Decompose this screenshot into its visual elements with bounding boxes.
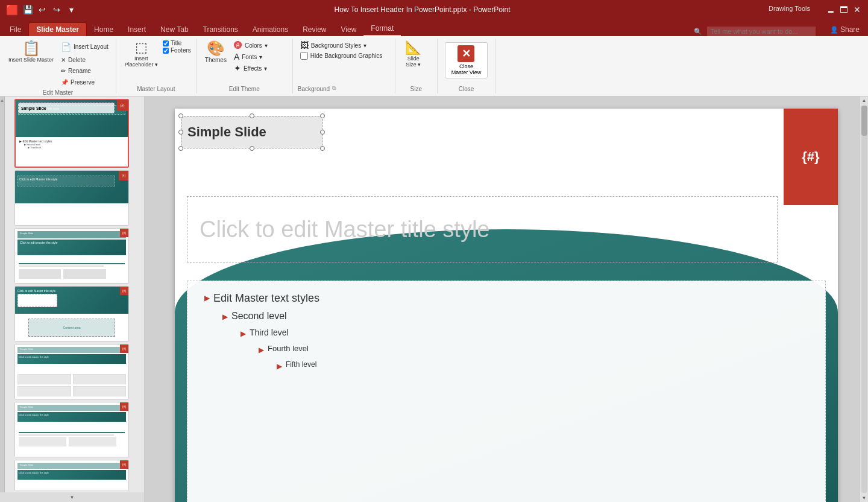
content-level-2: ▶ Second level bbox=[222, 311, 808, 322]
edit-master-label: Edit Master bbox=[5, 88, 111, 96]
main-layout: ▲ 1 Click to edit Master title style Sim… bbox=[0, 97, 868, 502]
slide-thumb-5[interactable]: Simple Slide Click to edit master the st… bbox=[14, 344, 129, 399]
slide-panel: ▲ 1 Click to edit Master title style Sim… bbox=[0, 97, 145, 502]
background-buttons: 🖼 Background Styles ▾ Hide Background Gr… bbox=[298, 40, 385, 83]
delete-button[interactable]: ✕ Delete bbox=[58, 56, 111, 64]
footers-check-label: Footers bbox=[171, 47, 191, 54]
insert-placeholder-button[interactable]: ⬚ InsertPlaceholder ▾ bbox=[121, 40, 162, 69]
slide-thumb-7[interactable]: Simple Slide Click to edit master the st… bbox=[14, 460, 129, 491]
insert-slide-master-button[interactable]: 📋 Insert Slide Master bbox=[5, 40, 57, 64]
slide-thumb-2[interactable]: Click to edit Master title style {#} bbox=[14, 170, 129, 226]
tab-file[interactable]: File bbox=[2, 23, 28, 36]
arrow-level1: ▶ bbox=[204, 294, 210, 302]
group-background: 🖼 Background Styles ▾ Hide Background Gr… bbox=[293, 39, 395, 94]
handle-tm[interactable] bbox=[250, 113, 254, 118]
tab-format[interactable]: Format bbox=[363, 22, 401, 36]
colors-button[interactable]: 🅐 Colors ▾ bbox=[231, 40, 270, 51]
hide-background-button[interactable]: Hide Background Graphics bbox=[298, 51, 385, 60]
undo-button[interactable]: ↩ bbox=[37, 5, 47, 14]
background-styles-icon: 🖼 bbox=[300, 40, 309, 50]
tab-animations[interactable]: Animations bbox=[245, 23, 295, 36]
handle-br[interactable] bbox=[320, 146, 325, 151]
footers-checkbox-item[interactable]: Footers bbox=[163, 47, 191, 54]
master-layout-label: Master Layout bbox=[121, 84, 191, 92]
maximize-button[interactable]: 🗖 bbox=[839, 5, 849, 14]
content-placeholder[interactable]: ▶ Edit Master text styles ▶ Second level… bbox=[187, 281, 826, 502]
slide-thumb-4[interactable]: Click to edit Master title style {#} Con… bbox=[14, 286, 129, 342]
customize-button[interactable]: ▾ bbox=[66, 5, 76, 14]
slide-thumb-6-wrapper: 6 Simple Slide Click to edit master the … bbox=[2, 402, 142, 457]
preserve-button[interactable]: 📌 Preserve bbox=[58, 78, 111, 86]
preserve-icon: 📌 bbox=[61, 79, 68, 86]
delete-icon: ✕ bbox=[61, 57, 66, 63]
slide-thumb-3-wrapper: 3 Simple Slide Click to edit master the … bbox=[2, 228, 142, 284]
slide-thumb-3-content: Simple Slide Click to edit master the st… bbox=[15, 229, 128, 283]
ribbon-tabs: File Slide Master Home Insert New Tab Tr… bbox=[0, 19, 868, 36]
content-level-3: ▶ Third level bbox=[241, 328, 808, 338]
themes-icon: 🎨 bbox=[207, 41, 225, 56]
canvas-scrollbar: ▲ ▼ bbox=[860, 97, 868, 502]
close-master-icon: ✕ bbox=[458, 45, 474, 62]
edit-master-buttons: 📋 Insert Slide Master 📄 Insert Layout ✕ … bbox=[5, 40, 111, 88]
title-placeholder[interactable]: Click to edit Master title style bbox=[187, 196, 778, 262]
insert-placeholder-icon: ⬚ bbox=[135, 41, 148, 54]
handle-tl[interactable] bbox=[178, 113, 183, 118]
handle-mr[interactable] bbox=[320, 130, 325, 135]
background-styles-button[interactable]: 🖼 Background Styles ▾ bbox=[298, 40, 385, 51]
title-checkbox-item[interactable]: Title bbox=[163, 40, 191, 46]
slide-thumb-7-content: Simple Slide Click to edit master the st… bbox=[15, 460, 128, 491]
panel-scroll-down[interactable]: ▼ bbox=[0, 492, 144, 502]
group-master-layout: ⬚ InsertPlaceholder ▾ Title Footers Mast… bbox=[116, 39, 197, 94]
handle-bl[interactable] bbox=[178, 146, 183, 151]
header-selected-element[interactable]: Simple Slide bbox=[181, 116, 322, 148]
level1-text: Edit Master text styles bbox=[213, 292, 319, 305]
slide-thumb-6[interactable]: Simple Slide Click to edit master the st… bbox=[14, 402, 129, 457]
scroll-down-arrow[interactable]: ▼ bbox=[862, 495, 867, 501]
tab-slide-master[interactable]: Slide Master bbox=[28, 22, 87, 36]
header-textbox[interactable]: Simple Slide bbox=[181, 116, 322, 148]
window-title: How To Insert Header In PowerPoint.pptx … bbox=[76, 5, 769, 14]
slide-size-button[interactable]: 📐 SlideSize ▾ bbox=[400, 40, 427, 69]
insert-layout-button[interactable]: 📄 Insert Layout bbox=[58, 42, 111, 52]
minimize-button[interactable]: 🗕 bbox=[826, 5, 835, 14]
share-button[interactable]: 👤 Share bbox=[822, 23, 868, 36]
rename-button[interactable]: ✏ Rename bbox=[58, 67, 111, 75]
header-text: Simple Slide bbox=[187, 124, 266, 140]
background-expand-icon[interactable]: ⧉ bbox=[332, 85, 336, 92]
arrow-level4: ▶ bbox=[259, 346, 264, 354]
hide-background-checkbox[interactable] bbox=[300, 52, 308, 60]
scroll-thumb[interactable] bbox=[861, 106, 867, 136]
themes-button[interactable]: 🎨 Themes bbox=[201, 40, 230, 65]
slide-thumb-5-content: Simple Slide Click to edit master the st… bbox=[15, 345, 128, 399]
effects-button[interactable]: ✦ Effects ▾ bbox=[231, 63, 270, 74]
tab-view[interactable]: View bbox=[334, 23, 364, 36]
scroll-up-arrow[interactable]: ▲ bbox=[862, 98, 867, 103]
arrow-level5: ▶ bbox=[277, 362, 282, 370]
background-label: Background bbox=[298, 84, 330, 92]
close-master-view-button[interactable]: ✕ CloseMaster View bbox=[445, 42, 488, 78]
close-buttons: ✕ CloseMaster View bbox=[442, 40, 490, 84]
fonts-button[interactable]: A Fonts ▾ bbox=[231, 51, 270, 62]
handle-ml[interactable] bbox=[178, 130, 183, 135]
tab-home[interactable]: Home bbox=[87, 23, 121, 36]
slide-thumb-1[interactable]: Click to edit Master title style Simple … bbox=[14, 99, 129, 168]
save-button[interactable]: 💾 bbox=[23, 5, 33, 14]
search-input[interactable] bbox=[707, 27, 816, 36]
tab-transitions[interactable]: Transitions bbox=[196, 23, 245, 36]
redo-button[interactable]: ↪ bbox=[52, 5, 61, 14]
background-options: 🖼 Background Styles ▾ Hide Background Gr… bbox=[298, 40, 385, 60]
slide-thumb-4-content: Click to edit Master title style {#} Con… bbox=[15, 287, 128, 341]
tab-new-tab[interactable]: New Tab bbox=[153, 23, 195, 36]
close-button[interactable]: ✕ bbox=[852, 5, 862, 14]
effects-icon: ✦ bbox=[234, 63, 241, 73]
slide-thumb-3[interactable]: Simple Slide Click to edit master the st… bbox=[14, 228, 129, 284]
title-check-label: Title bbox=[171, 40, 182, 46]
footers-checkbox[interactable] bbox=[163, 48, 169, 54]
content-level-4: ▶ Fourth level bbox=[259, 344, 808, 354]
insert-layout-icon: 📄 bbox=[61, 42, 71, 52]
handle-tr[interactable] bbox=[320, 113, 325, 118]
tab-insert[interactable]: Insert bbox=[121, 23, 153, 36]
handle-bm[interactable] bbox=[250, 146, 254, 151]
title-checkbox[interactable] bbox=[163, 40, 169, 46]
tab-review[interactable]: Review bbox=[295, 23, 333, 36]
